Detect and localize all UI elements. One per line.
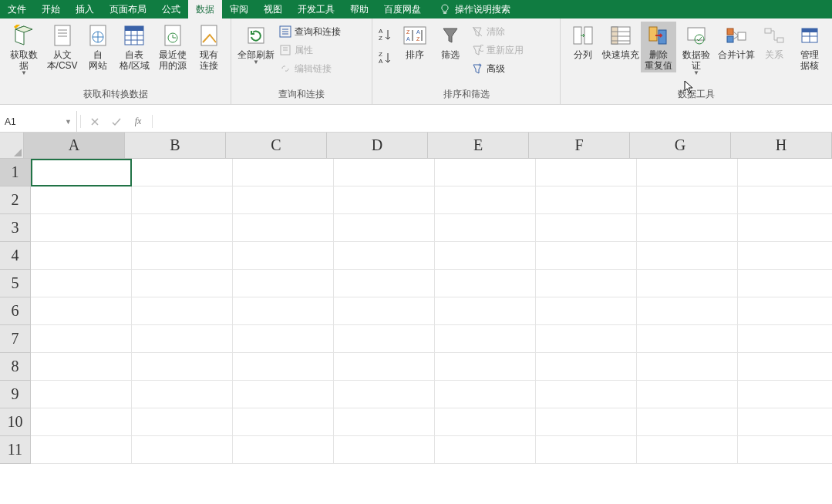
cell[interactable]	[536, 270, 637, 297]
cancel-formula-button[interactable]	[84, 111, 106, 132]
cell[interactable]	[435, 242, 536, 270]
menu-help[interactable]: 帮助	[342, 0, 376, 18]
cell[interactable]	[435, 214, 536, 242]
cell[interactable]	[435, 270, 536, 297]
sort-button[interactable]: ZAAZ 排序	[397, 22, 433, 62]
cell[interactable]	[536, 214, 637, 242]
queries-connections-button[interactable]: 查询和连接	[276, 23, 344, 40]
cell[interactable]	[536, 186, 637, 214]
insert-function-button[interactable]: fx	[127, 111, 149, 132]
cell[interactable]	[132, 214, 233, 242]
cell[interactable]	[132, 408, 233, 436]
col-header-a[interactable]: A	[24, 133, 125, 159]
cell[interactable]	[435, 408, 536, 436]
cell[interactable]	[536, 297, 637, 325]
row-header-6[interactable]: 6	[0, 297, 31, 325]
cell[interactable]	[738, 325, 832, 353]
cell[interactable]	[31, 242, 132, 270]
formula-input[interactable]	[156, 111, 832, 132]
cell[interactable]	[738, 381, 832, 408]
cell[interactable]	[334, 408, 435, 436]
cell[interactable]	[31, 325, 132, 353]
cell[interactable]	[334, 159, 435, 186]
cell[interactable]	[233, 297, 334, 325]
menu-insert[interactable]: 插入	[68, 0, 102, 18]
cell[interactable]	[31, 381, 132, 408]
cell[interactable]	[132, 159, 233, 186]
cell[interactable]	[738, 353, 832, 381]
cell[interactable]	[435, 436, 536, 464]
row-header-5[interactable]: 5	[0, 270, 31, 297]
cell[interactable]	[738, 242, 832, 270]
from-text-csv-button[interactable]: 从文本/CSV	[43, 22, 82, 72]
sort-asc-button[interactable]: AZ	[377, 26, 392, 43]
cell-grid[interactable]	[31, 159, 832, 464]
menu-devtools[interactable]: 开发工具	[290, 0, 342, 18]
cell[interactable]	[637, 297, 738, 325]
cell[interactable]	[334, 214, 435, 242]
cell[interactable]	[132, 381, 233, 408]
cell[interactable]	[435, 159, 536, 186]
reapply-button[interactable]: 重新应用	[468, 42, 527, 59]
get-data-button[interactable]: 获取数据 ▼	[5, 22, 43, 78]
cell[interactable]	[738, 159, 832, 186]
cell[interactable]	[233, 159, 334, 186]
filter-button[interactable]: 筛选	[433, 22, 468, 62]
data-validation-button[interactable]: 数据验证 ▼	[676, 22, 716, 78]
cell[interactable]	[31, 408, 132, 436]
cell[interactable]	[334, 270, 435, 297]
sort-desc-button[interactable]: ZA	[377, 49, 392, 66]
cell[interactable]	[132, 242, 233, 270]
edit-links-button[interactable]: 编辑链接	[276, 60, 344, 77]
cell[interactable]	[334, 436, 435, 464]
cell[interactable]	[233, 408, 334, 436]
row-header-11[interactable]: 11	[0, 436, 31, 464]
cell[interactable]	[233, 186, 334, 214]
menu-data[interactable]: 数据	[188, 0, 222, 18]
from-web-button[interactable]: 自网站	[81, 22, 115, 72]
cell[interactable]	[536, 325, 637, 353]
col-header-f[interactable]: F	[529, 133, 630, 159]
cell[interactable]	[435, 325, 536, 353]
col-header-d[interactable]: D	[327, 133, 428, 159]
menu-formulas[interactable]: 公式	[154, 0, 188, 18]
cell[interactable]	[637, 436, 738, 464]
cell[interactable]	[132, 270, 233, 297]
cell[interactable]	[738, 408, 832, 436]
cell[interactable]	[132, 186, 233, 214]
cell[interactable]	[233, 381, 334, 408]
cell[interactable]	[334, 353, 435, 381]
refresh-all-button[interactable]: 全部刷新 ▼	[236, 22, 276, 67]
advanced-filter-button[interactable]: + 高级	[468, 60, 527, 77]
remove-duplicates-button[interactable]: 删除重复值	[641, 22, 676, 72]
cell[interactable]	[334, 186, 435, 214]
cell[interactable]	[233, 325, 334, 353]
col-header-b[interactable]: B	[125, 133, 226, 159]
cell[interactable]	[738, 297, 832, 325]
row-header-1[interactable]: 1	[0, 159, 31, 186]
name-box[interactable]: A1 ▼	[0, 111, 77, 132]
cell[interactable]	[738, 186, 832, 214]
tell-me-search[interactable]: 操作说明搜索	[455, 3, 510, 16]
properties-button[interactable]: 属性	[276, 42, 344, 59]
cell[interactable]	[536, 242, 637, 270]
cell[interactable]	[536, 436, 637, 464]
cell[interactable]	[31, 436, 132, 464]
cell[interactable]	[233, 353, 334, 381]
flash-fill-button[interactable]: 快速填充	[601, 22, 641, 62]
cell[interactable]	[233, 242, 334, 270]
cell[interactable]	[637, 214, 738, 242]
cell[interactable]	[132, 325, 233, 353]
cell[interactable]	[334, 381, 435, 408]
menu-review[interactable]: 审阅	[222, 0, 256, 18]
cell[interactable]	[132, 297, 233, 325]
cell[interactable]	[738, 436, 832, 464]
consolidate-button[interactable]: 合并计算	[716, 22, 756, 62]
recent-sources-button[interactable]: 最近使用的源	[153, 22, 192, 72]
cell[interactable]	[31, 353, 132, 381]
cell[interactable]	[637, 325, 738, 353]
menu-view[interactable]: 视图	[256, 0, 290, 18]
relationships-button[interactable]: 关系	[756, 22, 792, 62]
row-header-4[interactable]: 4	[0, 242, 31, 270]
cell[interactable]	[132, 353, 233, 381]
